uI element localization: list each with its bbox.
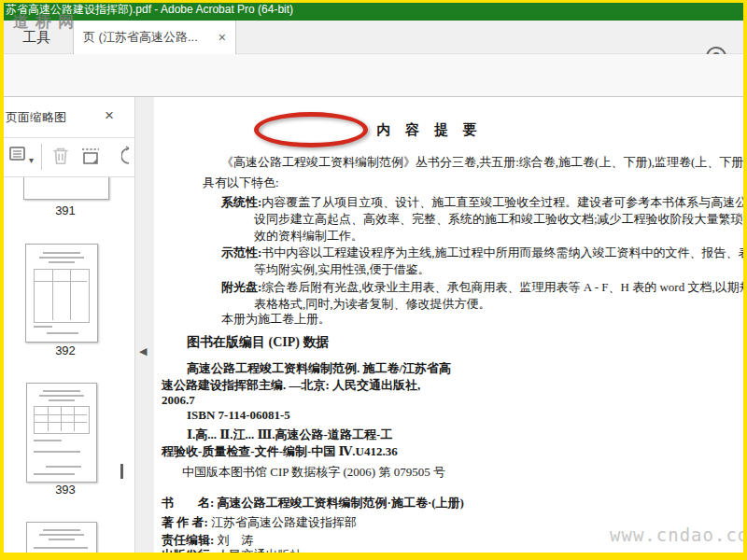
trash-glyph	[50, 146, 71, 166]
doc-line: 本册为施工卷上册。	[221, 311, 331, 328]
thumbnail-sketch	[49, 261, 75, 263]
thumbnail-sketch	[39, 395, 84, 397]
caret-down-glyph: ▾	[29, 155, 34, 165]
panel-close-icon[interactable]: ×	[105, 106, 114, 125]
thumbnail-page-394[interactable]	[26, 522, 97, 553]
red-circle-annotation	[254, 112, 368, 147]
main-toolbar: ☆ ↑ ↓	[0, 54, 747, 97]
thumbnail-list: 391 392	[4, 177, 134, 553]
thumbnail-sketch	[34, 451, 80, 453]
tab-document[interactable]: 页 (江苏省高速公路... ×	[73, 21, 236, 54]
thumbnail-page-391[interactable]	[23, 177, 109, 200]
cip-line: ISBN 7-114-06081-5	[187, 408, 290, 423]
panel-title: 页面缩略图	[6, 109, 66, 126]
thumbnail-sketch	[74, 407, 75, 431]
doc-line: 效的资料编制工作。	[254, 228, 363, 245]
frame-border	[0, 0, 4, 560]
thumbnail-options-caret-icon[interactable]: ▾	[29, 150, 34, 167]
panel-toolbar-separator	[41, 144, 42, 170]
thumbnail-sketch	[70, 270, 71, 320]
crop-glyph	[80, 146, 103, 166]
thumbnail-sketch	[43, 390, 80, 392]
thumbnail-label-392: 392	[9, 343, 121, 357]
panel-scrollbar[interactable]	[120, 464, 123, 479]
thumbnail-sketch	[34, 269, 90, 323]
cip-line: 高速公路工程竣工资料编制范例. 施工卷/江苏省高	[187, 360, 451, 377]
doc-line: 附光盘:综合卷后附有光盘,收录业主用表、承包商用表、监理用表等 A - F、H …	[221, 279, 744, 296]
thumbnail-sketch	[46, 466, 81, 468]
colophon-row: 著 作 者: 江苏省高速公路建设指挥部	[162, 514, 357, 531]
cip-line: 速公路建设指挥部主编. —北京: 人民交通出版社,	[162, 377, 420, 394]
thumbnail-sketch	[47, 332, 78, 334]
thumbnail-label-391: 391	[9, 203, 121, 217]
panel-splitter[interactable]: ◀	[135, 97, 154, 553]
tab-bar: 工具 页 (江苏省高速公路... × ?	[0, 21, 747, 54]
acrobat-window: 苏省高速公路建设指挥部).pdf - Adobe Acrobat Pro (64…	[0, 0, 747, 560]
thumbnail-page-393[interactable]	[26, 383, 97, 483]
doc-line: 示范性:书中内容以工程建设程序为主线,施工过程中所用而最终需纳入竣工资料中的文件…	[221, 245, 744, 261]
doc-line: 《高速公路工程竣工资料编制范例》丛书分三卷,共五册:综合卷,施工卷(上、下册),…	[221, 154, 744, 171]
doc-line: 设同步建立高起点、高效率、完整、系统的施工和竣工验收文档;减少工程验收阶段大量繁…	[254, 211, 744, 228]
tab-tools[interactable]: 工具	[7, 21, 65, 54]
rotate-glyph	[121, 146, 135, 166]
colophon-row: 书 名: 高速公路工程竣工资料编制范例·施工卷·(上册)	[162, 495, 464, 511]
cip-line: Ⅰ.高... Ⅱ.江... Ⅲ.高速公路-道路工程-工	[187, 427, 392, 443]
thumbnail-options-icon[interactable]	[9, 146, 28, 162]
frame-border	[0, 0, 747, 3]
delete-pages-icon[interactable]	[50, 146, 71, 166]
window-title: 苏省高速公路建设指挥部).pdf - Adobe Acrobat Pro (64…	[6, 3, 293, 16]
thumbnail-sketch	[34, 473, 75, 475]
thumbnail-sketch	[43, 529, 80, 531]
site-watermark-bottomright: www.cndao.com	[610, 525, 744, 545]
rotate-pages-icon[interactable]	[121, 146, 135, 166]
doc-line: 系统性:内容覆盖了从项目立项、设计、施工直至竣工验收全过程。建设者可参考本书体系…	[221, 194, 744, 211]
cip-record: 中国版本图书馆 CIP 数据核字 (2006) 第 079505 号	[182, 464, 445, 481]
cip-heading: 图书在版编目 (CIP) 数据	[187, 334, 329, 351]
thumbnail-sketch	[34, 440, 62, 441]
thumbnail-sketch	[43, 252, 80, 254]
thumbnail-sketch	[39, 257, 84, 259]
thumbnail-sketch	[39, 534, 84, 536]
thumbnail-label-393: 393	[9, 483, 121, 497]
frame-border	[743, 0, 747, 560]
crop-pages-icon[interactable]	[80, 146, 103, 166]
thumbnail-page-392[interactable]	[25, 244, 98, 343]
cip-line: 程验收-质量检查-文件-编制-中国 Ⅳ.U412.36	[162, 443, 398, 460]
panel-toolbar: ▾	[4, 138, 134, 177]
thumbnail-sketch	[35, 281, 87, 282]
thumbnail-sketch	[49, 399, 75, 401]
list-options-glyph	[9, 146, 28, 162]
panel-header: 页面缩略图 ×	[4, 97, 134, 138]
doc-line: 具有以下特色:	[203, 175, 279, 191]
tab-close-icon[interactable]: ×	[218, 31, 226, 44]
tab-document-label: 页 (江苏省高速公路...	[83, 29, 218, 46]
page-thumbnails-panel: 页面缩略图 × ▾	[4, 97, 135, 553]
thumbnail-sketch	[34, 326, 52, 328]
thumbnail-sketch	[49, 539, 75, 540]
tab-tools-label: 工具	[22, 29, 50, 47]
thumbnail-sketch	[34, 547, 88, 549]
frame-border	[0, 553, 747, 560]
thumbnail-sketch	[52, 270, 53, 320]
thumbnail-sketch	[34, 406, 90, 434]
doc-line: 等均附实例,实用性强,便于借鉴。	[254, 261, 430, 278]
thumbnail-sketch	[61, 407, 62, 431]
document-viewport[interactable]: 内 容 提 要 《高速公路工程竣工资料编制范例》丛书分三卷,共五册:综合卷,施工…	[154, 97, 744, 553]
collapse-panel-icon[interactable]: ◀	[139, 345, 147, 357]
cip-line: 2006.7	[162, 393, 195, 408]
window-titlebar: 苏省高速公路建设指挥部).pdf - Adobe Acrobat Pro (64…	[0, 0, 747, 21]
thumbnail-sketch	[48, 407, 49, 431]
